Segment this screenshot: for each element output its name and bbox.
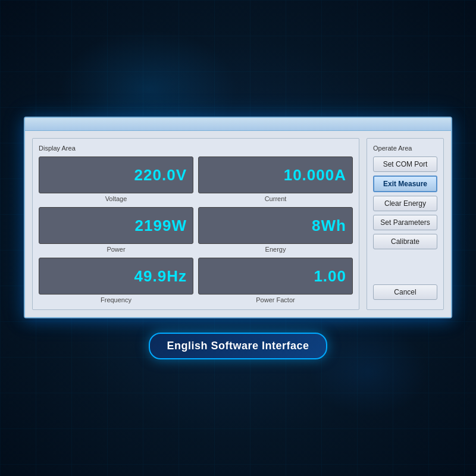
metric-label-power-factor: Power Factor <box>256 296 295 303</box>
metric-display-power: 2199W <box>39 207 193 244</box>
operate-area: Operate Area Set COM Port Exit Measure C… <box>367 138 444 310</box>
calibrate-button[interactable]: Calibrate <box>373 234 437 249</box>
metric-value-power-factor: 1.00 <box>314 267 346 286</box>
metric-label-current: Current <box>265 195 287 202</box>
metric-display-power-factor: 1.00 <box>198 258 353 295</box>
exit-measure-button[interactable]: Exit Measure <box>373 176 437 192</box>
title-bar <box>25 118 451 131</box>
metric-display-current: 10.000A <box>198 156 353 193</box>
window-body: Display Area 220.0V Voltage 10.000A Curr… <box>25 131 451 317</box>
app-window: Display Area 220.0V Voltage 10.000A Curr… <box>24 117 452 318</box>
metric-display-frequency: 49.9Hz <box>39 258 193 295</box>
metric-label-frequency: Frequency <box>101 296 131 303</box>
metric-value-voltage: 220.0V <box>134 166 187 184</box>
display-area: Display Area 220.0V Voltage 10.000A Curr… <box>32 138 359 310</box>
metric-cell-power: 2199W Power <box>39 207 193 253</box>
metrics-grid: 220.0V Voltage 10.000A Current 2199W <box>39 156 353 303</box>
metric-label-power: Power <box>107 246 125 253</box>
metric-value-frequency: 49.9Hz <box>134 267 187 286</box>
metric-value-power: 2199W <box>135 217 187 235</box>
metric-label-energy: Energy <box>265 246 286 253</box>
metric-cell-voltage: 220.0V Voltage <box>39 156 193 202</box>
cancel-button[interactable]: Cancel <box>373 284 437 300</box>
software-label: English Software Interface <box>149 333 327 359</box>
footer-label-wrapper: English Software Interface <box>149 333 327 359</box>
set-parameters-button[interactable]: Set Parameters <box>373 215 437 230</box>
metric-value-current: 10.000A <box>284 166 346 184</box>
metric-cell-frequency: 49.9Hz Frequency <box>39 258 193 303</box>
metric-label-voltage: Voltage <box>105 195 127 202</box>
operate-area-label: Operate Area <box>373 145 437 152</box>
set-com-port-button[interactable]: Set COM Port <box>373 156 437 172</box>
metric-value-energy: 8Wh <box>312 217 346 235</box>
metric-display-voltage: 220.0V <box>39 156 193 193</box>
display-area-label: Display Area <box>39 145 353 152</box>
metric-cell-energy: 8Wh Energy <box>198 207 353 253</box>
clear-energy-button[interactable]: Clear Energy <box>373 196 437 211</box>
metric-display-energy: 8Wh <box>198 207 353 244</box>
metric-cell-current: 10.000A Current <box>198 156 353 202</box>
metric-cell-power-factor: 1.00 Power Factor <box>198 258 353 303</box>
